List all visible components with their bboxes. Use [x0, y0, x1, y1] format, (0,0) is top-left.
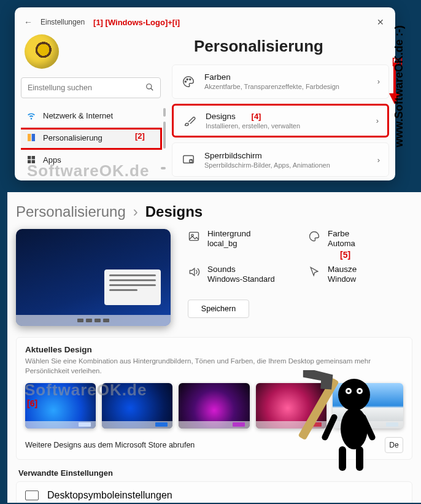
- card-designs[interactable]: Designs [4] Installieren, erstellen, ver…: [172, 104, 389, 138]
- speaker-icon: [188, 266, 201, 279]
- chevron-right-icon: ›: [133, 203, 138, 220]
- lockscreen-icon: [181, 152, 196, 167]
- theme-thumb[interactable]: [333, 383, 403, 428]
- section-description: Wählen Sie eine Kombination aus Hintergr…: [25, 357, 403, 376]
- nav-list: Netzwerk & Internet Personalisierung App…: [21, 104, 161, 171]
- theme-gallery: [25, 383, 403, 428]
- paint-icon: [26, 132, 37, 143]
- theme-thumb[interactable]: [179, 383, 249, 428]
- wifi-icon: [26, 110, 37, 121]
- svg-point-9: [187, 79, 188, 80]
- sidebar-item-network[interactable]: Netzwerk & Internet: [21, 104, 161, 126]
- prop-label: Hintergrund: [207, 229, 251, 239]
- card-colors[interactable]: Farben Akzentfarbe, Transparenzeffekte, …: [172, 64, 389, 99]
- profile-avatar[interactable]: [25, 34, 59, 69]
- content-pane: Personalisierung Farben Akzentfarbe, Tra…: [172, 34, 389, 177]
- brush-icon: [182, 114, 197, 128]
- theme-thumb[interactable]: [256, 383, 326, 428]
- palette-icon: [308, 230, 322, 244]
- card-title: Farben: [204, 72, 339, 82]
- breadcrumb-parent[interactable]: Personalisierung: [16, 203, 126, 220]
- annotation-1: [1] [Windows-Logo]+[i]: [93, 18, 180, 27]
- search-placeholder: Einstellung suchen: [28, 83, 92, 92]
- prop-value: local_bg: [207, 239, 251, 248]
- settings-window-top: ← Einstellungen [1] [Windows-Logo]+[i] ✕…: [15, 7, 395, 180]
- titlebar: ← Einstellungen [1] [Windows-Logo]+[i] ✕: [21, 14, 389, 31]
- monitor-icon: [25, 490, 39, 500]
- store-button[interactable]: De: [385, 437, 403, 453]
- related-heading: Verwandte Einstellungen: [18, 468, 410, 478]
- theme-properties: Hintergrund local_bg Farbe Automa So: [188, 229, 412, 326]
- prop-value: Windows-Standard: [207, 274, 275, 284]
- card-title: Sperrbildschirm: [204, 151, 330, 160]
- svg-rect-3: [32, 134, 35, 141]
- sidebar: Einstellung suchen Netzwerk & Internet: [21, 34, 161, 177]
- card-lockscreen[interactable]: Sperrbildschirm Sperrbildschirm-Bilder, …: [172, 142, 389, 177]
- scroll-down-icon[interactable]: [161, 167, 166, 169]
- section-title: Aktuelles Design: [25, 345, 403, 354]
- settings-window-bottom: Personalisierung › Designs Hintergrund l…: [7, 192, 421, 503]
- section-current-theme: Aktuelles Design Wählen Sie eine Kombina…: [16, 337, 412, 460]
- close-icon[interactable]: ✕: [373, 17, 388, 27]
- card-title: Designs: [206, 112, 236, 121]
- prop-label: Farbe: [328, 229, 355, 239]
- theme-preview: [16, 229, 171, 326]
- scroll-up-icon[interactable]: [163, 108, 166, 117]
- breadcrumb: Personalisierung › Designs: [7, 192, 421, 227]
- prop-cursor[interactable]: Mausze Window: [308, 265, 412, 292]
- svg-point-0: [147, 83, 152, 88]
- prop-sounds[interactable]: Sounds Windows-Standard: [188, 265, 292, 292]
- apps-icon: [26, 154, 37, 165]
- palette-icon: [181, 74, 196, 89]
- card-subtitle: Installieren, erstellen, verwalten: [206, 122, 300, 130]
- theme-thumb[interactable]: [25, 383, 96, 428]
- prop-value: Automa: [328, 239, 355, 248]
- sidebar-item-label: Personalisierung: [43, 133, 102, 142]
- page-title: Personalisierung: [194, 37, 389, 56]
- prop-background[interactable]: Hintergrund local_bg: [188, 229, 292, 256]
- save-button[interactable]: Speichern: [188, 300, 249, 318]
- sidebar-item-label: Netzwerk & Internet: [43, 111, 113, 120]
- annotation-2: [2]: [135, 131, 145, 141]
- svg-line-1: [151, 88, 153, 90]
- svg-point-10: [190, 79, 191, 80]
- related-desktop-icons[interactable]: Desktopsymboleinstellungen: [16, 481, 412, 503]
- svg-point-8: [185, 81, 186, 82]
- window-title: Einstellungen: [41, 18, 85, 26]
- related-label: Desktopsymboleinstellungen: [47, 490, 172, 501]
- card-subtitle: Sperrbildschirm-Bilder, Apps, Animatione…: [204, 161, 330, 169]
- chevron-right-icon: ›: [377, 155, 380, 165]
- search-input[interactable]: Einstellung suchen: [21, 77, 161, 98]
- prop-label: Sounds: [207, 265, 275, 274]
- prop-label: Mausze: [328, 265, 357, 274]
- svg-rect-13: [190, 232, 199, 240]
- breadcrumb-current: Designs: [145, 203, 203, 220]
- annotation-4: [4]: [252, 112, 261, 121]
- svg-rect-7: [32, 160, 35, 163]
- svg-rect-5: [32, 156, 35, 159]
- svg-rect-6: [28, 160, 31, 163]
- card-subtitle: Akzentfarbe, Transparenzeffekte, Farbdes…: [204, 83, 339, 90]
- preview-taskbar: [16, 315, 171, 326]
- svg-rect-2: [28, 134, 31, 141]
- scrollbar-thumb[interactable]: [163, 122, 166, 149]
- prop-value: Window: [328, 274, 357, 284]
- prop-color[interactable]: Farbe Automa: [308, 229, 412, 256]
- chevron-right-icon: ›: [376, 116, 379, 125]
- sidebar-item-apps[interactable]: Apps: [21, 149, 161, 171]
- image-icon: [188, 230, 201, 244]
- chevron-right-icon: ›: [377, 77, 380, 86]
- theme-thumb[interactable]: [102, 383, 172, 428]
- search-icon: [145, 83, 154, 93]
- back-icon[interactable]: ←: [22, 17, 34, 27]
- sidebar-item-label: Apps: [43, 155, 61, 165]
- svg-rect-4: [28, 156, 31, 159]
- preview-window-icon: [104, 269, 161, 305]
- store-link[interactable]: Weitere Designs aus dem Microsoft Store …: [25, 441, 195, 449]
- cursor-icon: [308, 266, 322, 279]
